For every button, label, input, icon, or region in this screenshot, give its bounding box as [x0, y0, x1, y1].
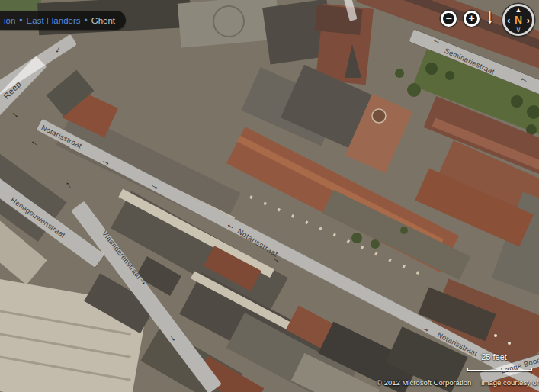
zoom-out-button[interactable]: − [441, 11, 457, 27]
compass-up-chevron-icon[interactable]: ▲ [515, 7, 522, 14]
rotate-view-down-icon[interactable]: ↓ [485, 5, 496, 28]
breadcrumb-separator: • [19, 15, 22, 26]
compass-north-label[interactable]: N [515, 14, 522, 25]
breadcrumb-province-link[interactable]: East Flanders [27, 16, 81, 25]
copyright-text: © 2012 Microsoft Corporation [377, 378, 471, 387]
attribution: © 2012 Microsoft Corporation Image court… [377, 378, 539, 387]
zoom-in-button[interactable]: + [464, 11, 480, 27]
breadcrumb: ion • East Flanders • Ghent [0, 11, 126, 30]
compass[interactable]: ▲ ‹ N › ∨ [502, 4, 534, 36]
map-scale-bar [467, 370, 532, 371]
map-scale-label: 25 feet [462, 352, 526, 361]
breadcrumb-separator: • [85, 15, 88, 26]
breadcrumb-region-link[interactable]: ion [4, 16, 15, 25]
compass-right-chevron-icon[interactable]: › [527, 15, 530, 25]
compass-left-chevron-icon[interactable]: ‹ [507, 15, 510, 25]
imagery-credit-text: Image courtesy of Simmo [481, 378, 539, 387]
compass-down-chevron-icon[interactable]: ∨ [515, 26, 521, 34]
map-viewport[interactable]: Reep Notarisstraat Henegouwenstraat Vlaa… [0, 0, 539, 392]
breadcrumb-current-city: Ghent [91, 16, 115, 25]
